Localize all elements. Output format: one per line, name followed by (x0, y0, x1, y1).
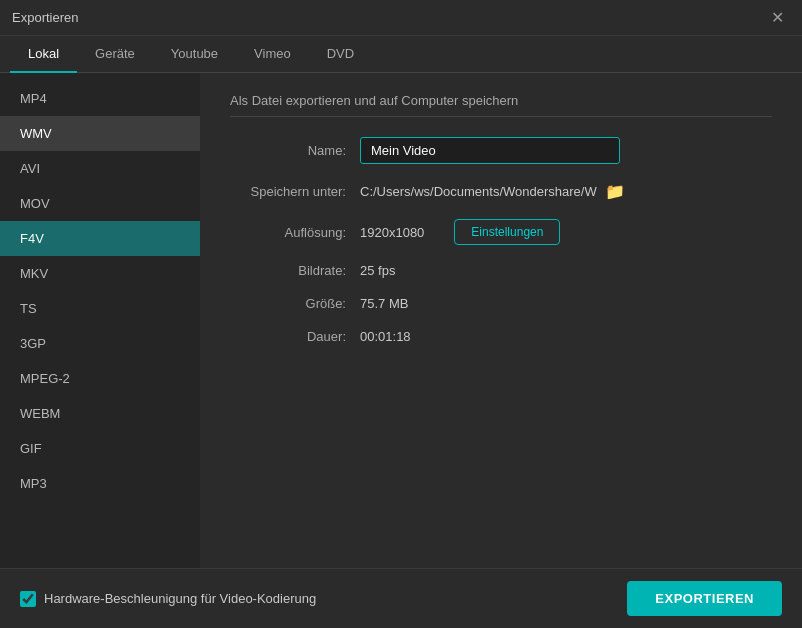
name-input[interactable] (360, 137, 620, 164)
sidebar-item-gif[interactable]: GIF (0, 431, 200, 466)
content-area: MP4 WMV AVI MOV F4V MKV TS 3GP MPEG-2 WE… (0, 73, 802, 568)
duration-row: Dauer: 00:01:18 (230, 329, 772, 344)
sidebar-item-mp4[interactable]: MP4 (0, 81, 200, 116)
tab-geraete[interactable]: Geräte (77, 36, 153, 73)
folder-icon[interactable]: 📁 (605, 182, 625, 201)
sidebar-item-mkv[interactable]: MKV (0, 256, 200, 291)
hardware-acceleration-checkbox[interactable] (20, 591, 36, 607)
tab-bar: Lokal Geräte Youtube Vimeo DVD (0, 36, 802, 73)
sidebar-item-3gp[interactable]: 3GP (0, 326, 200, 361)
size-label: Größe: (230, 296, 360, 311)
window-title: Exportieren (12, 10, 78, 25)
duration-value: 00:01:18 (360, 329, 411, 344)
size-value: 75.7 MB (360, 296, 408, 311)
sidebar-item-mov[interactable]: MOV (0, 186, 200, 221)
title-bar: Exportieren ✕ (0, 0, 802, 36)
resolution-row: Auflösung: 1920x1080 Einstellungen (230, 219, 772, 245)
tab-youtube[interactable]: Youtube (153, 36, 236, 73)
sidebar-item-mpeg2[interactable]: MPEG-2 (0, 361, 200, 396)
path-row: C:/Users/ws/Documents/Wondershare/W 📁 (360, 182, 625, 201)
save-path-row: Speichern unter: C:/Users/ws/Documents/W… (230, 182, 772, 201)
name-label: Name: (230, 143, 360, 158)
sidebar-item-webm[interactable]: WEBM (0, 396, 200, 431)
framerate-row: Bildrate: 25 fps (230, 263, 772, 278)
export-button[interactable]: EXPORTIEREN (627, 581, 782, 616)
sidebar-item-avi[interactable]: AVI (0, 151, 200, 186)
resolution-value: 1920x1080 (360, 225, 424, 240)
settings-button[interactable]: Einstellungen (454, 219, 560, 245)
close-button[interactable]: ✕ (765, 8, 790, 28)
footer: Hardware-Beschleunigung für Video-Kodier… (0, 568, 802, 628)
format-sidebar: MP4 WMV AVI MOV F4V MKV TS 3GP MPEG-2 WE… (0, 73, 200, 568)
tab-dvd[interactable]: DVD (309, 36, 372, 73)
sidebar-item-wmv[interactable]: WMV (0, 116, 200, 151)
tab-lokal[interactable]: Lokal (10, 36, 77, 73)
name-row: Name: (230, 137, 772, 164)
section-title: Als Datei exportieren und auf Computer s… (230, 93, 772, 117)
framerate-label: Bildrate: (230, 263, 360, 278)
hardware-acceleration-label: Hardware-Beschleunigung für Video-Kodier… (44, 591, 316, 606)
framerate-value: 25 fps (360, 263, 395, 278)
duration-label: Dauer: (230, 329, 360, 344)
hardware-acceleration-row: Hardware-Beschleunigung für Video-Kodier… (20, 591, 316, 607)
sidebar-item-ts[interactable]: TS (0, 291, 200, 326)
size-row: Größe: 75.7 MB (230, 296, 772, 311)
tab-vimeo[interactable]: Vimeo (236, 36, 309, 73)
save-path-text: C:/Users/ws/Documents/Wondershare/W (360, 184, 597, 199)
main-window: Exportieren ✕ Lokal Geräte Youtube Vimeo… (0, 0, 802, 628)
export-settings-panel: Als Datei exportieren und auf Computer s… (200, 73, 802, 568)
save-label: Speichern unter: (230, 184, 360, 199)
sidebar-item-mp3[interactable]: MP3 (0, 466, 200, 501)
resolution-label: Auflösung: (230, 225, 360, 240)
sidebar-item-f4v[interactable]: F4V (0, 221, 200, 256)
